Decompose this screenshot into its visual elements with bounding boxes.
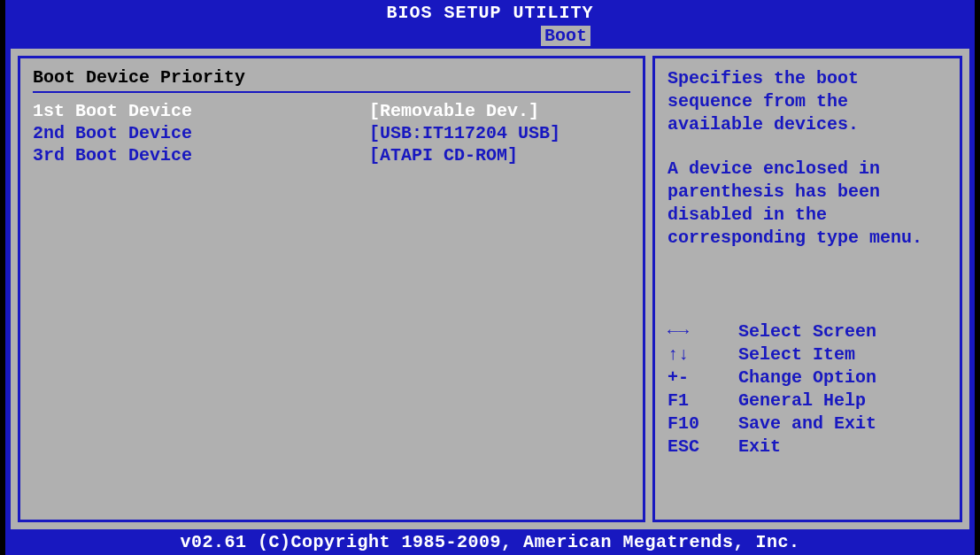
key-hint: ↑↓ Select Item <box>667 343 947 366</box>
footer: v02.61 (C)Copyright 1985-2009, American … <box>5 529 975 555</box>
boot-device-row[interactable]: 2nd Boot Device [USB:IT117204 USB] <box>33 122 630 144</box>
key-name: F1 <box>667 389 738 412</box>
key-action: Select Screen <box>738 320 876 343</box>
key-hint: F1 General Help <box>667 389 947 412</box>
key-action: Select Item <box>738 343 855 366</box>
key-action: Change Option <box>738 366 876 389</box>
app-title: BIOS SETUP UTILITY <box>386 3 593 23</box>
key-name: F10 <box>667 412 738 436</box>
tab-row: Boot <box>5 26 975 49</box>
title-bar: BIOS SETUP UTILITY <box>5 0 975 26</box>
help-text-secondary: A device enclosed in parenthesis has bee… <box>667 158 947 250</box>
key-hint: +- Change Option <box>667 366 947 389</box>
boot-device-label: 1st Boot Device <box>33 100 369 122</box>
boot-priority-panel: Boot Device Priority 1st Boot Device [Re… <box>18 56 645 522</box>
help-text-primary: Specifies the boot sequence from the ava… <box>667 67 947 136</box>
key-action: Exit <box>738 436 781 459</box>
key-legend: ←→ Select Screen ↑↓ Select Item +- Chang… <box>667 320 947 459</box>
boot-device-value: [USB:IT117204 USB] <box>369 122 560 144</box>
boot-device-value: [ATAPI CD-ROM] <box>369 144 518 166</box>
section-divider <box>33 91 630 93</box>
boot-device-row[interactable]: 3rd Boot Device [ATAPI CD-ROM] <box>33 144 630 166</box>
boot-device-label: 2nd Boot Device <box>33 122 369 144</box>
section-title: Boot Device Priority <box>33 67 630 88</box>
help-panel: Specifies the boot sequence from the ava… <box>652 56 962 522</box>
key-hint: ←→ Select Screen <box>667 320 947 343</box>
bios-window: BIOS SETUP UTILITY Boot Boot Device Prio… <box>5 0 975 555</box>
key-name: ESC <box>667 436 738 459</box>
boot-device-label: 3rd Boot Device <box>33 144 369 166</box>
copyright: v02.61 (C)Copyright 1985-2009, American … <box>180 532 799 552</box>
key-action: General Help <box>738 389 866 412</box>
tab-boot[interactable]: Boot <box>541 26 590 46</box>
boot-device-row[interactable]: 1st Boot Device [Removable Dev.] <box>33 100 630 122</box>
key-name: +- <box>667 366 738 389</box>
main-panels: Boot Device Priority 1st Boot Device [Re… <box>5 49 975 529</box>
key-hint: ESC Exit <box>667 436 947 459</box>
key-name: ←→ <box>667 320 738 343</box>
key-hint: F10 Save and Exit <box>667 412 947 436</box>
key-action: Save and Exit <box>738 412 876 436</box>
key-name: ↑↓ <box>667 343 738 366</box>
boot-device-value: [Removable Dev.] <box>369 100 539 122</box>
